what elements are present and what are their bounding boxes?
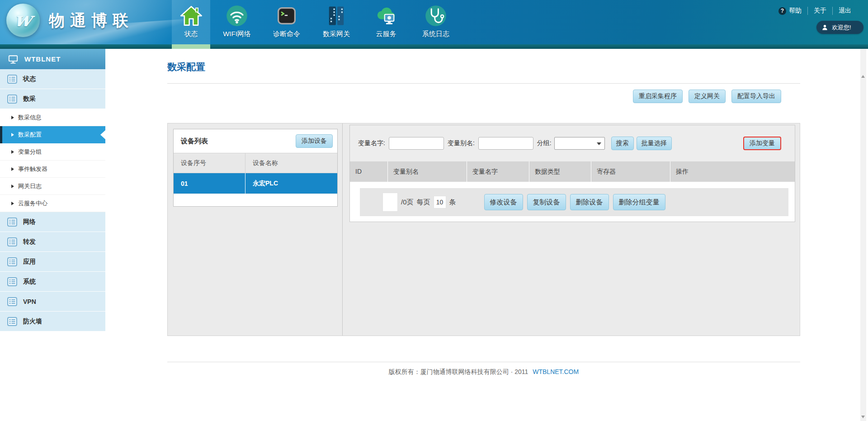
sidebar-item-label: 网络 (23, 218, 36, 226)
tab-label: 系统日志 (422, 30, 449, 38)
device-list-card: 设备列表 添加设备 设备序号 设备名称 01 永宏PLC (173, 129, 338, 207)
selected-tab-indicator (172, 44, 210, 49)
tab-cloud-service[interactable]: 云服务 (363, 0, 409, 44)
main-content: 数采配置 重启采集程序 定义网关 配置导入导出 设备列表 添加设备 设备序号 设… (105, 49, 868, 421)
list-grid-icon (7, 257, 17, 266)
help-link[interactable]: ? 帮助 (773, 7, 807, 15)
tab-label: WIFI网络 (223, 30, 251, 38)
sidebar-item-system[interactable]: 系统 (0, 272, 105, 292)
per-page-label: 每页 (417, 198, 430, 207)
sidebar-item-forwarding[interactable]: 转发 (0, 232, 105, 252)
vertical-scrollbar[interactable] (860, 49, 866, 421)
list-grid-icon (7, 218, 17, 227)
variable-alias-label: 变量别名: (448, 139, 475, 147)
sidebar-item-vpn[interactable]: VPN (0, 292, 105, 312)
question-icon: ? (778, 7, 786, 15)
list-grid-icon (7, 237, 17, 246)
sidebar-item-label: 状态 (23, 75, 36, 83)
sidebar: WTBLNET 状态 数采 数采信息 数采配置 变量分组 事件触发器 网关日志 … (0, 49, 105, 421)
header-links: ? 帮助 关于 退出 (773, 7, 857, 15)
variable-table-body: /0页 每页 条 修改设备 复制设备 删除设备 删除分组变量 (350, 182, 795, 222)
define-gateway-button[interactable]: 定义网关 (689, 90, 726, 103)
site-link[interactable]: WTBLNET.COM (533, 368, 579, 375)
tab-label: 数采网关 (323, 30, 350, 38)
daq-config-panel: 设备列表 添加设备 设备序号 设备名称 01 永宏PLC 变量 (167, 123, 800, 336)
add-device-button[interactable]: 添加设备 (296, 134, 333, 148)
column-header-alias: 变量别名 (388, 161, 467, 182)
cloud-icon (374, 4, 398, 28)
sidebar-item-cloud-center[interactable]: 云服务中心 (0, 195, 105, 212)
modify-device-button[interactable]: 修改设备 (484, 194, 523, 210)
group-select[interactable] (554, 137, 605, 150)
column-header-name: 变量名字 (467, 161, 529, 182)
copyright-text: 版权所有：厦门物通博联网络科技有限公司 · 2011 (389, 368, 528, 375)
per-page-input[interactable] (434, 196, 446, 208)
variable-alias-input[interactable] (478, 137, 533, 150)
sidebar-item-gateway-log[interactable]: 网关日志 (0, 178, 105, 195)
monitor-icon (8, 54, 19, 64)
home-icon (179, 4, 203, 28)
page-number-input[interactable] (382, 193, 398, 212)
tab-wifi-network[interactable]: WIFI网络 (214, 0, 260, 44)
brand-logo: w 物通博联 (6, 4, 134, 37)
page-toolbar: 重启采集程序 定义网关 配置导入导出 (167, 90, 800, 103)
list-grid-icon (7, 297, 17, 306)
sidebar-item-status[interactable]: 状态 (0, 69, 105, 89)
sidebar-item-label: 数采配置 (18, 131, 42, 139)
help-link-label: 帮助 (789, 7, 802, 15)
sidebar-item-label: 数采 (23, 95, 36, 103)
config-import-export-button[interactable]: 配置导入导出 (731, 90, 781, 103)
sidebar-item-network[interactable]: 网络 (0, 212, 105, 232)
page-total-label: /0页 (401, 198, 414, 207)
sidebar-item-daq[interactable]: 数采 (0, 89, 105, 109)
tab-status[interactable]: 状态 (172, 0, 210, 44)
column-header-actions: 操作 (670, 161, 795, 182)
logout-link[interactable]: 退出 (832, 7, 857, 15)
sidebar-item-label: 网关日志 (18, 182, 42, 190)
pagination-bar: /0页 每页 条 修改设备 复制设备 删除设备 删除分组变量 (360, 188, 788, 216)
welcome-text: 欢迎您! (832, 24, 851, 32)
scroll-up-arrow-icon[interactable] (861, 75, 865, 78)
welcome-badge[interactable]: 欢迎您! (816, 21, 863, 34)
sidebar-item-label: 云服务中心 (18, 199, 47, 208)
variable-list-card: 变量名字: 变量别名: 分组: 搜索 批量选择 添加变量 ID 变量别名 (349, 125, 795, 222)
sidebar-item-firewall[interactable]: 防火墙 (0, 312, 105, 331)
restart-collector-button[interactable]: 重启采集程序 (633, 90, 683, 103)
tab-label: 诊断命令 (273, 30, 300, 38)
table-row[interactable]: 01 永宏PLC (174, 173, 337, 194)
footer: 版权所有：厦门物通博联网络科技有限公司 · 2011 WTBLNET.COM (167, 368, 800, 376)
list-grid-icon (7, 95, 17, 104)
device-table-empty-row (174, 194, 337, 206)
variable-name-input[interactable] (389, 137, 444, 150)
add-variable-button[interactable]: 添加变量 (743, 137, 781, 150)
sidebar-item-label: 系统 (23, 278, 36, 286)
device-list-column: 设备列表 添加设备 设备序号 设备名称 01 永宏PLC (168, 123, 343, 336)
scroll-down-arrow-icon[interactable] (861, 416, 865, 418)
search-button[interactable]: 搜索 (611, 137, 634, 150)
tab-diagnostic-command[interactable]: 诊断命令 (264, 0, 310, 44)
delete-group-variable-button[interactable]: 删除分组变量 (613, 194, 665, 210)
device-table-header: 设备序号 设备名称 (174, 153, 337, 173)
sidebar-item-variable-group[interactable]: 变量分组 (0, 143, 105, 161)
tab-system-log[interactable]: 系统日志 (413, 0, 459, 44)
sidebar-item-daq-info[interactable]: 数采信息 (0, 109, 105, 126)
sidebar-item-event-trigger[interactable]: 事件触发器 (0, 161, 105, 178)
variable-filter-bar: 变量名字: 变量别名: 分组: 搜索 批量选择 添加变量 (350, 125, 795, 161)
batch-select-button[interactable]: 批量选择 (637, 137, 672, 150)
sidebar-item-application[interactable]: 应用 (0, 252, 105, 272)
column-header-id: ID (350, 161, 388, 182)
sidebar-item-label: 变量分组 (18, 148, 42, 156)
device-serial-column-header: 设备序号 (174, 153, 245, 173)
device-action-buttons: 修改设备 复制设备 删除设备 删除分组变量 (484, 194, 665, 210)
tab-daq-gateway[interactable]: 数采网关 (313, 0, 359, 44)
list-grid-icon (7, 75, 17, 84)
copy-device-button[interactable]: 复制设备 (527, 194, 566, 210)
variable-name-label: 变量名字: (358, 139, 385, 147)
tab-label: 云服务 (376, 30, 396, 38)
wifi-icon (225, 4, 249, 28)
sidebar-item-label: VPN (23, 298, 36, 305)
delete-device-button[interactable]: 删除设备 (570, 194, 609, 210)
sidebar-item-daq-config[interactable]: 数采配置 (0, 126, 105, 143)
caret-right-icon (11, 184, 14, 188)
about-link[interactable]: 关于 (807, 7, 832, 15)
